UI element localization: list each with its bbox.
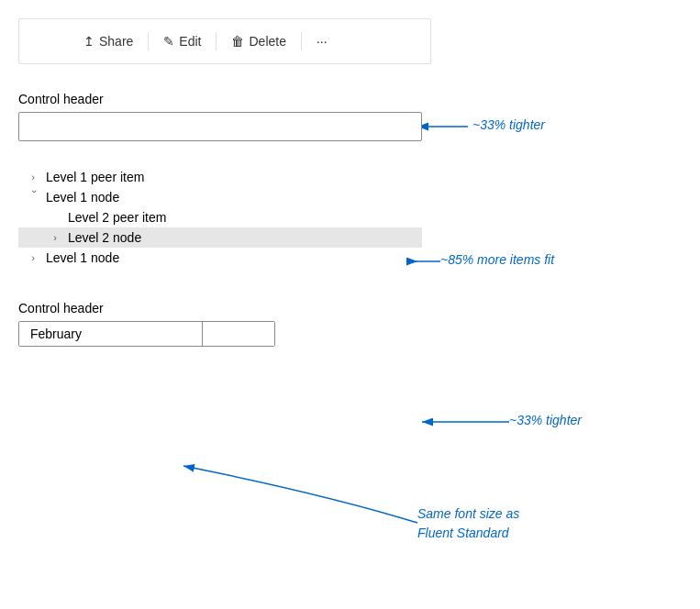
tree-list: › Level 1 peer item › Level 1 node Level…	[18, 167, 422, 268]
tree-item-0[interactable]: › Level 1 peer item	[18, 167, 422, 187]
tree-item-4[interactable]: › Level 1 node	[18, 248, 422, 268]
annotation-tighter-1: ~33% tighter	[472, 117, 545, 132]
delete-label: Delete	[249, 34, 285, 49]
edit-icon: ✎	[163, 34, 174, 49]
tree-item-label-0: Level 1 peer item	[46, 170, 144, 184]
delete-icon: 🗑	[231, 34, 244, 49]
section2-header: Control header	[18, 301, 700, 316]
toolbar-divider-3	[301, 32, 302, 50]
section-tree: › Level 1 peer item › Level 1 node Level…	[18, 167, 700, 268]
tree-item-label-3: Level 2 node	[68, 230, 141, 245]
annotation-more-items: ~85% more items fit	[440, 252, 554, 267]
date-picker	[18, 321, 275, 347]
main-container: ↥ Share ✎ Edit 🗑 Delete ··· Control head…	[0, 18, 700, 609]
tree-item-label-1: Level 1 node	[46, 190, 119, 205]
annotation-tighter-2: ~33% tighter	[509, 413, 582, 427]
tree-item-label-2: Level 2 peer item	[68, 210, 166, 225]
tree-item-label-4: Level 1 node	[46, 250, 119, 265]
text-input[interactable]	[18, 112, 422, 141]
toolbar: ↥ Share ✎ Edit 🗑 Delete ···	[18, 18, 431, 64]
section-1: Control header	[18, 92, 700, 141]
chevron-icon-2	[48, 210, 62, 225]
toolbar-divider-1	[148, 32, 149, 50]
more-button[interactable]: ···	[307, 28, 337, 54]
more-label: ···	[317, 34, 328, 49]
delete-button[interactable]: 🗑 Delete	[222, 28, 294, 54]
date-month-field[interactable]	[19, 322, 203, 346]
section1-header: Control header	[18, 92, 700, 106]
share-button[interactable]: ↥ Share	[74, 28, 142, 54]
edit-button[interactable]: ✎ Edit	[154, 28, 210, 54]
share-label: Share	[99, 34, 133, 49]
tree-item-2[interactable]: Level 2 peer item	[18, 207, 422, 227]
chevron-icon-3: ›	[48, 230, 62, 245]
toolbar-divider-2	[216, 32, 217, 50]
annotation-font-size: Same font size as Fluent Standard	[417, 504, 519, 543]
edit-label: Edit	[179, 34, 201, 49]
chevron-icon-1: ›	[26, 190, 40, 205]
section-2: Control header	[18, 301, 700, 347]
tree-item-3[interactable]: › Level 2 node	[18, 227, 422, 248]
date-day-field[interactable]	[203, 322, 275, 346]
share-icon: ↥	[83, 34, 94, 49]
chevron-icon-0: ›	[26, 170, 40, 184]
tree-item-1[interactable]: › Level 1 node	[18, 187, 422, 207]
chevron-icon-4: ›	[26, 250, 40, 265]
